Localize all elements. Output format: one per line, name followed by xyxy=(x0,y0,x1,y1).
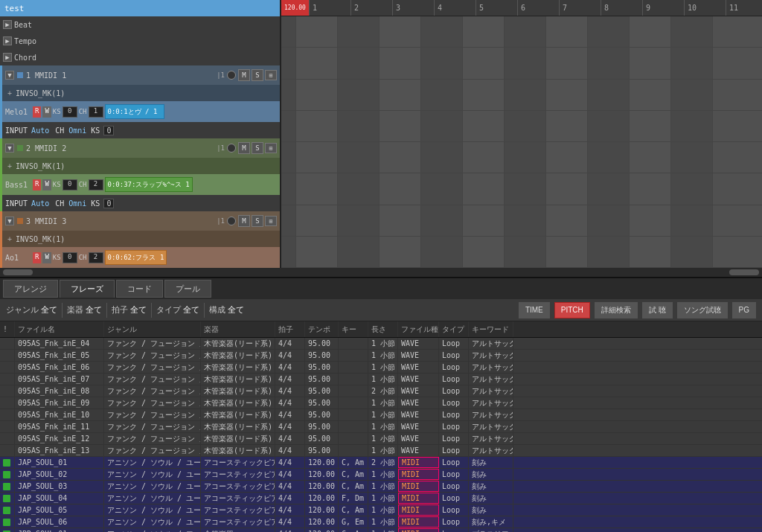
gc xyxy=(421,173,463,204)
track1-expand[interactable]: ▼ xyxy=(5,71,14,80)
length-cell: 1 小節 xyxy=(368,338,398,349)
track1-clip-label: Melo1 xyxy=(5,108,31,116)
track1-m-btn[interactable]: M xyxy=(238,69,250,81)
beat-cell: 4/4 xyxy=(275,457,305,468)
col-header-length[interactable]: 長さ xyxy=(368,321,398,337)
genre-filter-value[interactable]: 全て xyxy=(41,304,57,315)
structure-filter-value[interactable]: 全て xyxy=(228,304,244,315)
col-header-instrument[interactable]: 楽器 xyxy=(201,321,275,337)
track3-s-btn[interactable]: S xyxy=(252,215,263,227)
track1-settings-btn[interactable]: ⊞ xyxy=(265,70,277,80)
file-list-body[interactable]: 095AS_Fnk_inE_04ファンク / フュージョン / セカ木管楽器(リ… xyxy=(0,338,762,532)
list-item[interactable]: 095AS_Fnk_inE_05ファンク / フュージョン / セカ木管楽器(リ… xyxy=(0,350,762,362)
track1-clip-bar[interactable]: 0:0:1とヴ / 1 xyxy=(105,104,164,119)
track2-ch-input[interactable]: 2 xyxy=(89,179,103,190)
col-header-filename[interactable]: ファイル名 xyxy=(15,321,104,337)
tab-phrase[interactable]: フレーズ xyxy=(60,280,115,298)
track3-ch-input[interactable]: 2 xyxy=(89,252,103,263)
list-item[interactable]: JAP_SOUL_05アニソン / ソウル / ユーロビアコースティックピアノ4… xyxy=(0,504,762,516)
detail-search-button[interactable]: 詳細検索 xyxy=(595,302,638,318)
col-header-genre[interactable]: ジャンル xyxy=(104,321,201,337)
time-button[interactable]: TIME xyxy=(519,302,550,318)
pg-button[interactable]: PG xyxy=(732,302,756,318)
list-item[interactable]: JAP_SOUL_02アニソン / ソウル / ユーロビアコースティックピアノ4… xyxy=(0,469,762,481)
list-item[interactable]: 095AS_Fnk_inE_07ファンク / フュージョン / セカ木管楽器(リ… xyxy=(0,374,762,385)
tempo-cell: 95.00 xyxy=(305,397,339,408)
tab-chord[interactable]: コード xyxy=(116,280,163,298)
col-header-beat[interactable]: 拍子 xyxy=(275,321,305,337)
track3-ks-input[interactable]: 0 xyxy=(63,252,77,263)
track3-m-btn[interactable]: M xyxy=(238,215,250,227)
track3-record-btn[interactable] xyxy=(227,217,236,225)
track3-expand[interactable]: ▼ xyxy=(5,217,14,225)
type-cell: Loop xyxy=(439,350,469,361)
track1-r-btn[interactable]: R xyxy=(33,106,41,118)
track2-s-btn[interactable]: S xyxy=(252,142,263,154)
list-item[interactable]: 095AS_Fnk_inE_13ファンク / フュージョン / セカ木管楽器(リ… xyxy=(0,445,762,457)
type-cell: Loop xyxy=(439,445,469,456)
track2-color-swatch xyxy=(17,145,23,151)
list-item[interactable]: JAP_SOUL_06アニソン / ソウル / ユーロビアコースティックピアノ4… xyxy=(0,516,762,528)
chord-expand[interactable]: ▶ xyxy=(3,53,12,62)
col-header-keyword[interactable]: キーワード xyxy=(469,321,513,337)
gc xyxy=(421,205,463,236)
track1-ks-input[interactable]: 0 xyxy=(63,106,77,118)
track1-s-btn[interactable]: S xyxy=(252,69,263,81)
arrangement-hscrollbar-thumb2[interactable] xyxy=(729,269,759,275)
list-item[interactable]: 095AS_Fnk_inE_10ファンク / フュージョン / セカ木管楽器(リ… xyxy=(0,409,762,421)
track3-clip-bar[interactable]: 0:0:62:フラス 1 xyxy=(105,250,167,265)
type-filter-value[interactable]: 全て xyxy=(183,304,199,315)
instrument-filter-value[interactable]: 全て xyxy=(86,304,102,315)
arrangement-grid[interactable] xyxy=(281,16,762,268)
track2-m-btn[interactable]: M xyxy=(238,142,250,154)
type-cell: Loop xyxy=(439,516,469,528)
pitch-button[interactable]: PITCH xyxy=(554,302,590,318)
track1-ch-input[interactable]: 1 xyxy=(89,106,103,118)
track1-add-btn[interactable]: + xyxy=(5,89,14,97)
filetype-cell: WAVE xyxy=(398,374,439,385)
track2-add-btn[interactable]: + xyxy=(5,161,14,170)
col-header-filetype[interactable]: ファイル種別 xyxy=(398,321,439,337)
list-item[interactable]: 095AS_Fnk_inE_04ファンク / フュージョン / セカ木管楽器(リ… xyxy=(0,338,762,350)
col-header-type[interactable]: タイプ xyxy=(439,321,469,337)
track2-w-btn[interactable]: W xyxy=(42,179,51,190)
track2-clip-bar[interactable]: 0:0:37:スラップ%^~ス 1 xyxy=(105,177,193,192)
col-header-key[interactable]: キー xyxy=(339,321,368,337)
list-item[interactable]: 095AS_Fnk_inE_09ファンク / フュージョン / セカ木管楽器(リ… xyxy=(0,397,762,409)
track1-w-btn[interactable]: W xyxy=(42,106,51,118)
track3-settings-btn[interactable]: ⊞ xyxy=(265,216,277,226)
track2-settings-btn[interactable]: ⊞ xyxy=(265,143,277,153)
track2-expand[interactable]: ▼ xyxy=(5,144,14,153)
main-hscrollbar[interactable] xyxy=(0,268,762,277)
track2-r-btn[interactable]: R xyxy=(33,179,41,190)
col-header-tempo[interactable]: テンポ xyxy=(305,321,339,337)
gc xyxy=(546,173,588,204)
gc xyxy=(296,142,338,173)
test-listen-button[interactable]: 試 聴 xyxy=(642,302,673,318)
beat-expand[interactable]: ▶ xyxy=(3,20,12,29)
tab-arrange[interactable]: アレンジ xyxy=(3,280,58,298)
tab-pool[interactable]: プール xyxy=(164,280,211,298)
key-cell xyxy=(339,362,368,373)
gc xyxy=(421,48,463,78)
main-hscrollbar-thumb[interactable] xyxy=(3,269,33,275)
song-test-button[interactable]: ソング試聴 xyxy=(677,302,728,318)
track3-r-btn[interactable]: R xyxy=(33,252,41,263)
tempo-expand[interactable]: ▶ xyxy=(3,36,12,45)
track2-ks-input[interactable]: 0 xyxy=(63,179,77,190)
list-item[interactable]: JAP_SOUL_04アニソン / ソウル / ユーロビアコースティックピアノ4… xyxy=(0,493,762,504)
track2-record-btn[interactable] xyxy=(227,144,236,153)
list-item[interactable]: 095AS_Fnk_inE_08ファンク / フュージョン / セカ木管楽器(リ… xyxy=(0,385,762,397)
keyword-cell: アルトサックス xyxy=(469,374,513,385)
beat-filter-value[interactable]: 全て xyxy=(130,304,147,315)
list-item[interactable]: JAP_SOUL_03アニソン / ソウル / ユーロビアコースティックピアノ4… xyxy=(0,481,762,493)
file-flag-cell xyxy=(0,457,15,468)
keyword-cell: アルトサックス xyxy=(469,338,513,349)
track3-w-btn[interactable]: W xyxy=(42,252,51,263)
track3-add-btn[interactable]: + xyxy=(5,234,14,243)
list-item[interactable]: 095AS_Fnk_inE_11ファンク / フュージョン / セカ木管楽器(リ… xyxy=(0,421,762,433)
list-item[interactable]: JAP_SOUL_01アニソン / ソウル / ユーロビアコースティックピアノ4… xyxy=(0,457,762,469)
list-item[interactable]: 095AS_Fnk_inE_12ファンク / フュージョン / セカ木管楽器(リ… xyxy=(0,433,762,445)
list-item[interactable]: 095AS_Fnk_inE_06ファンク / フュージョン / セカ木管楽器(リ… xyxy=(0,362,762,374)
track1-record-btn[interactable] xyxy=(227,71,236,80)
